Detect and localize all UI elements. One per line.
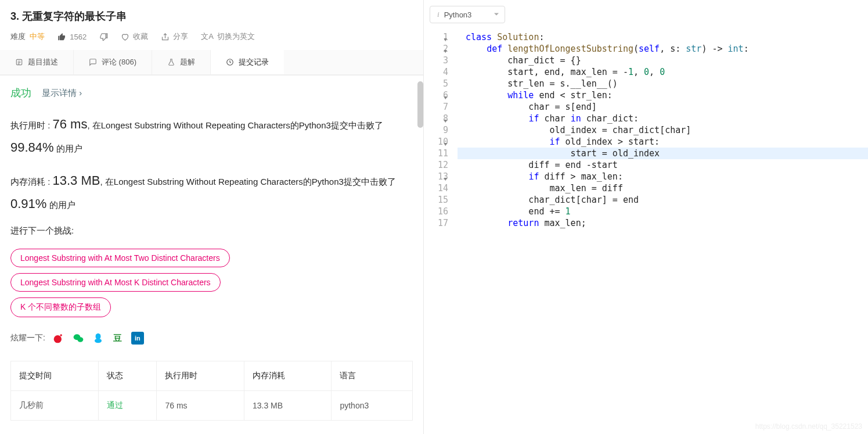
switch-lang-button[interactable]: 文A 切换为英文 bbox=[201, 31, 255, 42]
thumbs-down-icon bbox=[99, 33, 108, 41]
difficulty-value: 中等 bbox=[30, 32, 45, 41]
status-success: 成功 bbox=[10, 86, 31, 100]
tab-comments[interactable]: 评论 (806) bbox=[73, 50, 152, 74]
cell-status[interactable]: 通过 bbox=[98, 391, 157, 421]
tab-label: 提交记录 bbox=[239, 57, 269, 67]
submissions-table: 提交时间 状态 执行用时 内存消耗 语言 几秒前 通过 76 ms 13.3 M… bbox=[10, 361, 413, 421]
watermark: https://blog.csdn.net/qq_35221523 bbox=[755, 422, 862, 431]
dislike-button[interactable] bbox=[99, 33, 108, 41]
linkedin-icon[interactable]: in bbox=[131, 332, 144, 345]
favorite-button[interactable]: 收藏 bbox=[121, 31, 148, 42]
cell-memory: 13.3 MB bbox=[244, 391, 332, 421]
history-icon bbox=[226, 58, 234, 66]
challenge-pill-2[interactable]: Longest Substring with At Most K Distinc… bbox=[10, 273, 221, 292]
tab-label: 题目描述 bbox=[28, 57, 58, 67]
language-label: Python3 bbox=[444, 10, 472, 19]
tab-description[interactable]: 题目描述 bbox=[0, 50, 73, 74]
share-button[interactable]: 分享 bbox=[161, 31, 188, 42]
th-runtime: 执行用时 bbox=[157, 361, 244, 391]
code-editor[interactable]: 1▼2▼3456▼78▼910▼111213▼14151617 class So… bbox=[424, 23, 868, 434]
svg-point-3 bbox=[60, 335, 62, 336]
weibo-icon[interactable] bbox=[52, 332, 65, 345]
svg-point-7 bbox=[95, 339, 102, 343]
tab-label: 题解 bbox=[180, 57, 195, 67]
problem-meta: 难度 中等 1562 收藏 分享 文A 切换为英 bbox=[10, 31, 413, 50]
problem-title: 3. 无重复字符的最长子串 bbox=[10, 9, 413, 23]
th-lang: 语言 bbox=[332, 361, 413, 391]
challenge-pill-3[interactable]: K 个不同整数的子数组 bbox=[10, 297, 111, 317]
th-memory: 内存消耗 bbox=[244, 361, 332, 391]
like-count: 1562 bbox=[70, 33, 87, 41]
next-challenge-label: 进行下一个挑战: bbox=[10, 225, 413, 236]
th-status: 状态 bbox=[98, 361, 157, 391]
heart-icon bbox=[121, 33, 129, 41]
language-select[interactable]: i Python3 bbox=[430, 6, 505, 23]
favorite-label: 收藏 bbox=[133, 31, 148, 42]
cell-runtime: 76 ms bbox=[157, 391, 244, 421]
difficulty-label: 难度 bbox=[10, 32, 26, 41]
description-icon bbox=[15, 58, 23, 66]
info-icon: i bbox=[437, 10, 440, 19]
switch-lang-label: 切换为英文 bbox=[217, 31, 255, 42]
tab-solution[interactable]: 题解 bbox=[152, 50, 210, 74]
like-button[interactable]: 1562 bbox=[57, 33, 87, 41]
share-icon bbox=[161, 33, 170, 41]
challenge-pill-1[interactable]: Longest Substring with At Most Two Disti… bbox=[10, 249, 230, 267]
tab-label: 评论 (806) bbox=[102, 57, 136, 67]
scrollbar[interactable] bbox=[417, 81, 423, 128]
svg-point-2 bbox=[54, 335, 62, 343]
douban-icon[interactable]: 豆 bbox=[111, 332, 124, 345]
thumbs-up-icon bbox=[57, 33, 66, 41]
tab-submissions[interactable]: 提交记录 bbox=[210, 50, 284, 74]
wechat-icon[interactable] bbox=[72, 332, 85, 345]
svg-point-6 bbox=[95, 333, 100, 340]
svg-point-5 bbox=[77, 338, 83, 342]
runtime-stat: 执行用时 : 76 ms, 在Longest Substring Without… bbox=[10, 113, 413, 159]
comment-icon bbox=[89, 58, 97, 66]
translate-icon: 文A bbox=[201, 31, 214, 42]
table-row[interactable]: 几秒前 通过 76 ms 13.3 MB python3 bbox=[11, 391, 413, 421]
th-time: 提交时间 bbox=[11, 361, 99, 391]
qq-icon[interactable] bbox=[92, 332, 105, 345]
show-detail-link[interactable]: 显示详情 › bbox=[42, 88, 82, 99]
brag-label: 炫耀一下: bbox=[10, 333, 45, 343]
memory-stat: 内存消耗 : 13.3 MB, 在Longest Substring Witho… bbox=[10, 169, 413, 215]
cell-time: 几秒前 bbox=[11, 391, 99, 421]
cell-lang: python3 bbox=[332, 391, 413, 421]
tab-bar: 题目描述 评论 (806) 题解 提交记录 bbox=[0, 50, 423, 75]
flask-icon bbox=[167, 58, 175, 66]
share-label: 分享 bbox=[173, 31, 188, 42]
